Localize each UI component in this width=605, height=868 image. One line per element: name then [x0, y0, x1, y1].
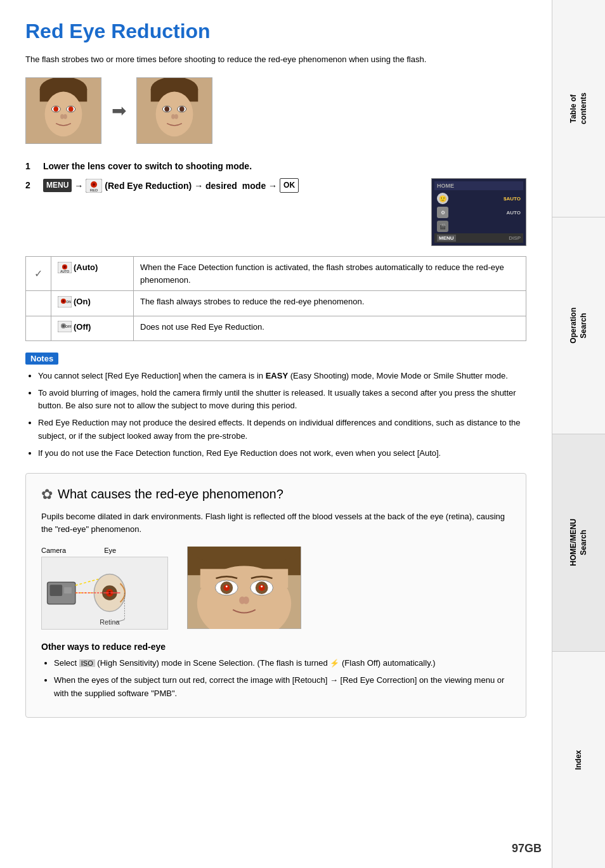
step-2-content: MENU → RED (Red Eye Reduction) → de	[43, 178, 419, 193]
svg-rect-54	[200, 569, 288, 588]
step-2-number: 2	[25, 178, 36, 192]
svg-point-17	[179, 107, 185, 112]
svg-point-34	[62, 325, 65, 327]
list-item: When the eyes of the subject turn out re…	[54, 674, 511, 701]
menu-tag: MENU	[43, 179, 72, 192]
page-title: Red Eye Reduction	[25, 19, 526, 43]
sidebar-toc-label: Table ofcontents	[569, 86, 589, 131]
intro-text: The flash strobes two or more times befo…	[25, 53, 526, 66]
images-row: ➡	[25, 77, 526, 144]
other-ways-list: Select ISO (High Sensitivity) mode in Sc…	[41, 657, 511, 700]
svg-rect-37	[50, 585, 63, 596]
svg-point-58	[226, 586, 228, 588]
list-item: To avoid blurring of images, hold the ca…	[38, 387, 526, 413]
svg-point-62	[261, 586, 263, 588]
sidebar-home-label: HOME/MENUSearch	[569, 512, 589, 573]
sun-icon: ✿	[41, 486, 53, 503]
svg-point-15	[164, 107, 169, 112]
info-box: ✿ What causes the red-eye phenomenon? Pu…	[25, 473, 526, 718]
sidebar-item-toc[interactable]: Table ofcontents	[552, 0, 605, 217]
table-row: ✓ AUTO (Auto) When the Face Detection fu…	[26, 257, 526, 291]
svg-point-57	[223, 585, 230, 591]
table-icon-col: OFF (Off)	[51, 316, 134, 340]
face-after-image	[136, 77, 212, 144]
diagram-svg: Retina	[41, 557, 168, 630]
step-1-text: Lower the lens cover to switch to shooti…	[43, 159, 526, 173]
table-icon-col: AUTO (Auto)	[51, 257, 134, 291]
table-check-col: ✓	[26, 257, 51, 291]
step-2-wrapper: 2 MENU → RED	[25, 178, 526, 246]
svg-text:OFF: OFF	[65, 325, 72, 328]
steps-section: 1 Lower the lens cover to switch to shoo…	[25, 159, 526, 246]
table-row: ON (On) The flash always strobes to redu…	[26, 291, 526, 316]
list-item: Red Eye Reduction may not produce the de…	[38, 417, 526, 443]
svg-point-22	[93, 183, 95, 186]
sidebar-item-home[interactable]: HOME/MENUSearch	[552, 434, 605, 652]
notes-label: Notes	[25, 353, 58, 365]
main-content: Red Eye Reduction The flash strobes two …	[0, 0, 552, 868]
list-item: You cannot select [Red Eye Reduction] wh…	[38, 370, 526, 383]
notes-list: You cannot select [Red Eye Reduction] wh…	[25, 370, 526, 460]
arrow-icon: ➡	[112, 100, 126, 121]
info-box-text: Pupils become dilated in dark environmen…	[41, 510, 511, 537]
diagram-left: Camera Eye	[41, 547, 168, 632]
face-before-image	[25, 77, 101, 144]
page-number: 97GB	[512, 842, 542, 855]
svg-point-30	[62, 300, 65, 302]
camera-ui: HOME 🙂 $AUTO ⚙ AUTO 🎬	[431, 178, 526, 246]
svg-point-5	[53, 107, 58, 112]
sidebar-index-label: Index	[574, 744, 584, 776]
feature-table: ✓ AUTO (Auto) When the Face Detection fu…	[25, 256, 526, 341]
svg-point-13	[156, 91, 193, 136]
svg-point-26	[63, 266, 66, 268]
svg-rect-38	[64, 587, 72, 593]
step-2: 2 MENU → RED	[25, 178, 419, 193]
table-desc-col: When the Face Detection function is acti…	[134, 257, 526, 291]
svg-text:AUTO: AUTO	[60, 269, 69, 273]
svg-text:RED: RED	[90, 188, 98, 192]
list-item: If you do not use the Face Detection fun…	[38, 447, 526, 460]
step-2-left: 2 MENU → RED	[25, 178, 419, 198]
diagram-row: Camera Eye	[41, 547, 511, 632]
svg-point-64	[243, 597, 249, 604]
info-box-title: ✿ What causes the red-eye phenomenon?	[41, 486, 511, 503]
sidebar-operation-label: OperationSearch	[569, 301, 589, 350]
svg-point-61	[259, 585, 265, 591]
eye-close-photo	[187, 547, 301, 629]
table-desc-col: Does not use Red Eye Reduction.	[134, 316, 526, 340]
svg-line-39	[75, 580, 98, 586]
svg-point-9	[63, 114, 67, 119]
list-item: Select ISO (High Sensitivity) mode in Sc…	[54, 657, 511, 670]
step-1: 1 Lower the lens cover to switch to shoo…	[25, 159, 526, 173]
table-desc-col: The flash always strobes to reduce the r…	[134, 291, 526, 316]
table-row: OFF (Off) Does not use Red Eye Reduction…	[26, 316, 526, 340]
svg-point-7	[68, 107, 74, 112]
ok-tag: OK	[280, 178, 299, 193]
table-icon-col: ON (On)	[51, 291, 134, 316]
svg-point-3	[45, 91, 82, 136]
sidebar-item-index[interactable]: Index	[552, 652, 605, 869]
other-ways-title: Other ways to reduce red-eye	[41, 642, 511, 652]
sidebar-item-operation[interactable]: OperationSearch	[552, 217, 605, 435]
notes-section: Notes You cannot select [Red Eye Reducti…	[25, 353, 526, 460]
step-1-number: 1	[25, 159, 36, 173]
svg-point-19	[174, 114, 178, 119]
other-ways-section: Other ways to reduce red-eye Select ISO …	[41, 642, 511, 700]
sidebar: Table ofcontents OperationSearch HOME/ME…	[552, 0, 605, 868]
svg-text:ON: ON	[66, 300, 71, 304]
